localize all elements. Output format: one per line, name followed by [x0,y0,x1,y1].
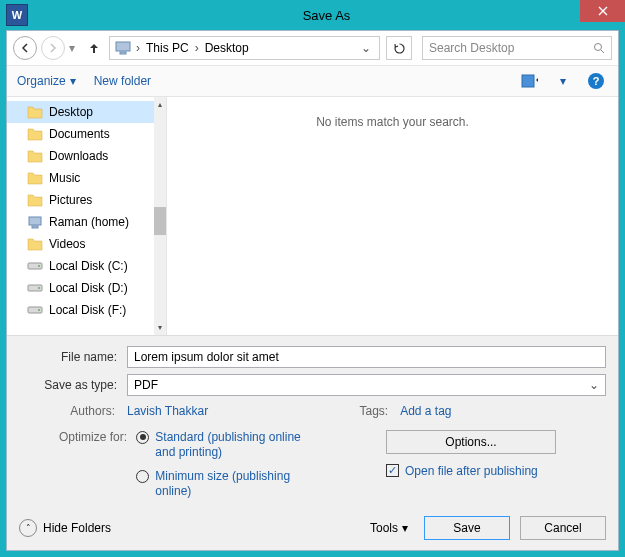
tree-item-label: Downloads [49,149,108,163]
tree-item-label: Music [49,171,80,185]
pc-icon [27,215,43,229]
caret-down-icon[interactable]: ▾ [560,74,566,88]
organize-menu[interactable]: Organize ▾ [17,74,76,88]
drive-icon [27,282,43,294]
radio-standard[interactable]: Standard (publishing online and printing… [136,430,305,461]
svg-point-8 [38,265,40,267]
radio-minimum[interactable]: Minimum size (publishing online) [136,469,305,500]
caret-down-icon: ▾ [70,74,76,88]
close-button[interactable] [580,0,625,22]
tools-menu[interactable]: Tools ▾ [364,521,414,535]
authors-label: Authors: [19,404,115,418]
split-pane: ▴ ▾ DesktopDocumentsDownloadsMusicPictur… [7,97,618,335]
scrollbar-thumb[interactable] [154,207,166,235]
tree-item[interactable]: Desktop [7,101,166,123]
breadcrumb-dropdown[interactable]: ⌄ [355,41,377,55]
pc-icon [114,39,132,57]
scroll-up-button[interactable]: ▴ [154,97,166,111]
tree-item[interactable]: Documents [7,123,166,145]
tree-item-label: Local Disk (C:) [49,259,128,273]
hide-folders-button[interactable]: ˄ Hide Folders [19,519,111,537]
radio-icon [136,470,149,483]
caret-down-icon: ▾ [402,521,408,535]
open-after-checkbox[interactable]: ✓ Open file after publishing [386,464,538,478]
file-name-label: File name: [19,350,127,364]
options-button[interactable]: Options... [386,430,556,454]
tree-item[interactable]: Downloads [7,145,166,167]
radio-icon [136,431,149,444]
tree-item[interactable]: Raman (home) [7,211,166,233]
save-button[interactable]: Save [424,516,510,540]
tags-label: Tags: [348,404,388,418]
save-as-type-select[interactable]: PDF ⌄ [127,374,606,396]
search-input[interactable]: Search Desktop [422,36,612,60]
forward-button[interactable] [41,36,65,60]
search-icon [593,42,605,54]
window-title: Save As [28,8,625,23]
history-dropdown[interactable]: ▾ [69,41,79,55]
chevron-up-icon: ˄ [19,519,37,537]
breadcrumb-seg-desktop[interactable]: Desktop [201,41,253,55]
folder-icon [27,171,43,185]
tree-item-label: Desktop [49,105,93,119]
file-list-pane[interactable]: No items match your search. [167,97,618,335]
svg-rect-6 [32,226,38,228]
tree-item-label: Pictures [49,193,92,207]
drive-icon [27,304,43,316]
tree-item[interactable]: Videos [7,233,166,255]
navigation-tree[interactable]: ▴ ▾ DesktopDocumentsDownloadsMusicPictur… [7,97,167,335]
tree-item-label: Raman (home) [49,215,129,229]
organize-label: Organize [17,74,66,88]
folder-icon [27,149,43,163]
tree-item[interactable]: Local Disk (D:) [7,277,166,299]
cancel-button[interactable]: Cancel [520,516,606,540]
hide-folders-label: Hide Folders [43,521,111,535]
tree-item[interactable]: Pictures [7,189,166,211]
footer: ˄ Hide Folders Tools ▾ Save Cancel [7,508,618,550]
word-app-icon: W [6,4,28,26]
help-icon: ? [588,73,604,89]
up-button[interactable] [83,37,105,59]
folder-icon [27,193,43,207]
tree-item-label: Documents [49,127,110,141]
caret-down-icon: ⌄ [589,378,599,392]
drive-icon [27,260,43,272]
view-options-button[interactable] [518,71,542,91]
tree-item-label: Local Disk (D:) [49,281,128,295]
svg-rect-1 [120,52,126,54]
scroll-down-button[interactable]: ▾ [154,321,166,335]
dialog-content: ▾ › This PC › Desktop ⌄ Search Desktop [6,30,619,551]
form-panel: File name: Save as type: PDF ⌄ Authors: … [7,335,618,508]
authors-value[interactable]: Lavish Thakkar [127,404,208,418]
radio-standard-label: Standard (publishing online and printing… [155,430,305,461]
new-folder-button[interactable]: New folder [94,74,151,88]
folder-icon [27,237,43,251]
svg-point-10 [38,287,40,289]
optimize-for-label: Optimize for: [49,430,127,444]
titlebar: W Save As [0,0,625,30]
breadcrumb[interactable]: › This PC › Desktop ⌄ [109,36,380,60]
tree-item[interactable]: Local Disk (F:) [7,299,166,321]
radio-minimum-label: Minimum size (publishing online) [155,469,305,500]
tree-item[interactable]: Local Disk (C:) [7,255,166,277]
nav-row: ▾ › This PC › Desktop ⌄ Search Desktop [7,31,618,65]
breadcrumb-seg-thispc[interactable]: This PC [142,41,193,55]
search-placeholder: Search Desktop [429,41,593,55]
save-as-dialog: W Save As ▾ › This PC › Desktop ⌄ [0,0,625,557]
arrow-right-icon [48,43,58,53]
svg-point-2 [595,44,602,51]
refresh-button[interactable] [386,36,412,60]
tree-item[interactable]: Music [7,167,166,189]
save-as-type-value: PDF [134,378,158,392]
back-button[interactable] [13,36,37,60]
file-name-input[interactable] [127,346,606,368]
chevron-right-icon: › [134,41,142,55]
refresh-icon [393,42,406,55]
folder-icon [27,127,43,141]
checkbox-icon: ✓ [386,464,399,477]
svg-rect-4 [522,75,534,87]
svg-rect-0 [116,42,130,51]
tags-value[interactable]: Add a tag [400,404,451,418]
arrow-left-icon [20,43,30,53]
help-button[interactable]: ? [584,71,608,91]
